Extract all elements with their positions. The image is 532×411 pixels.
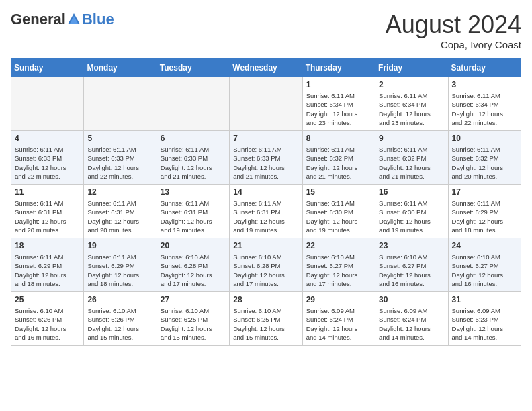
day-number: 21 [233, 241, 298, 250]
calendar-cell: 25Sunrise: 6:10 AM Sunset: 6:26 PM Dayli… [11, 292, 84, 346]
calendar-cell: 28Sunrise: 6:10 AM Sunset: 6:25 PM Dayli… [230, 292, 302, 346]
calendar-cell: 29Sunrise: 6:09 AM Sunset: 6:24 PM Dayli… [302, 292, 375, 346]
day-info: Sunrise: 6:11 AM Sunset: 6:34 PM Dayligh… [452, 91, 517, 127]
day-number: 31 [452, 295, 517, 304]
calendar-cell: 18Sunrise: 6:11 AM Sunset: 6:29 PM Dayli… [11, 238, 84, 292]
day-info: Sunrise: 6:11 AM Sunset: 6:33 PM Dayligh… [233, 145, 298, 181]
calendar-cell: 15Sunrise: 6:11 AM Sunset: 6:30 PM Dayli… [302, 185, 375, 238]
day-info: Sunrise: 6:11 AM Sunset: 6:32 PM Dayligh… [452, 145, 517, 181]
weekday-header-friday: Friday [375, 59, 448, 77]
day-info: Sunrise: 6:11 AM Sunset: 6:31 PM Dayligh… [15, 199, 80, 234]
day-number: 30 [379, 295, 444, 304]
day-number: 10 [452, 134, 517, 143]
calendar-cell: 2Sunrise: 6:11 AM Sunset: 6:34 PM Daylig… [375, 77, 448, 131]
logo-icon [66, 12, 81, 27]
calendar-cell: 23Sunrise: 6:10 AM Sunset: 6:27 PM Dayli… [375, 238, 448, 292]
calendar-cell: 3Sunrise: 6:11 AM Sunset: 6:34 PM Daylig… [448, 77, 521, 131]
logo-general-text: General [11, 11, 66, 28]
calendar-cell: 30Sunrise: 6:09 AM Sunset: 6:24 PM Dayli… [375, 292, 448, 346]
location-text: Copa, Ivory Coast [386, 39, 521, 50]
calendar-cell [157, 77, 229, 131]
day-number: 3 [452, 80, 517, 89]
day-number: 15 [306, 187, 371, 197]
day-number: 7 [233, 134, 298, 143]
day-info: Sunrise: 6:11 AM Sunset: 6:30 PM Dayligh… [379, 199, 444, 234]
day-info: Sunrise: 6:10 AM Sunset: 6:28 PM Dayligh… [161, 253, 226, 288]
day-info: Sunrise: 6:11 AM Sunset: 6:29 PM Dayligh… [87, 253, 152, 288]
day-number: 17 [452, 187, 517, 197]
day-info: Sunrise: 6:10 AM Sunset: 6:26 PM Dayligh… [87, 306, 152, 342]
day-info: Sunrise: 6:10 AM Sunset: 6:28 PM Dayligh… [233, 253, 298, 288]
day-info: Sunrise: 6:11 AM Sunset: 6:32 PM Dayligh… [379, 145, 444, 181]
day-number: 29 [306, 295, 371, 304]
day-info: Sunrise: 6:10 AM Sunset: 6:26 PM Dayligh… [15, 306, 80, 342]
calendar-cell: 14Sunrise: 6:11 AM Sunset: 6:31 PM Dayli… [230, 185, 302, 238]
day-number: 2 [379, 80, 444, 89]
day-number: 22 [306, 241, 371, 250]
day-info: Sunrise: 6:11 AM Sunset: 6:32 PM Dayligh… [306, 145, 371, 181]
logo-blue-text: Blue [82, 11, 114, 28]
title-block: August 2024 Copa, Ivory Coast [386, 11, 521, 50]
day-info: Sunrise: 6:10 AM Sunset: 6:25 PM Dayligh… [161, 306, 226, 342]
calendar-cell: 19Sunrise: 6:11 AM Sunset: 6:29 PM Dayli… [84, 238, 157, 292]
logo: General Blue [11, 11, 114, 28]
calendar-cell: 13Sunrise: 6:11 AM Sunset: 6:31 PM Dayli… [157, 185, 229, 238]
week-row-2: 4Sunrise: 6:11 AM Sunset: 6:33 PM Daylig… [11, 131, 521, 185]
calendar-cell [84, 77, 157, 131]
day-info: Sunrise: 6:11 AM Sunset: 6:33 PM Dayligh… [15, 145, 80, 181]
calendar-cell: 8Sunrise: 6:11 AM Sunset: 6:32 PM Daylig… [302, 131, 375, 185]
day-info: Sunrise: 6:11 AM Sunset: 6:33 PM Dayligh… [161, 145, 226, 181]
day-number: 9 [379, 134, 444, 143]
day-info: Sunrise: 6:10 AM Sunset: 6:27 PM Dayligh… [379, 253, 444, 288]
day-info: Sunrise: 6:11 AM Sunset: 6:34 PM Dayligh… [379, 91, 444, 127]
day-number: 27 [161, 295, 226, 304]
day-info: Sunrise: 6:10 AM Sunset: 6:25 PM Dayligh… [233, 306, 298, 342]
day-number: 26 [87, 295, 152, 304]
calendar-cell: 4Sunrise: 6:11 AM Sunset: 6:33 PM Daylig… [11, 131, 84, 185]
calendar-cell: 21Sunrise: 6:10 AM Sunset: 6:28 PM Dayli… [230, 238, 302, 292]
day-number: 5 [87, 134, 152, 143]
day-number: 6 [161, 134, 226, 143]
calendar-cell: 5Sunrise: 6:11 AM Sunset: 6:33 PM Daylig… [84, 131, 157, 185]
day-number: 19 [87, 241, 152, 250]
weekday-header-sunday: Sunday [11, 59, 84, 77]
weekday-header-tuesday: Tuesday [157, 59, 229, 77]
day-number: 14 [233, 187, 298, 197]
calendar-cell: 11Sunrise: 6:11 AM Sunset: 6:31 PM Dayli… [11, 185, 84, 238]
weekday-header-row: SundayMondayTuesdayWednesdayThursdayFrid… [11, 59, 521, 77]
weekday-header-thursday: Thursday [302, 59, 375, 77]
day-info: Sunrise: 6:11 AM Sunset: 6:29 PM Dayligh… [15, 253, 80, 288]
calendar-cell: 6Sunrise: 6:11 AM Sunset: 6:33 PM Daylig… [157, 131, 229, 185]
calendar-cell: 26Sunrise: 6:10 AM Sunset: 6:26 PM Dayli… [84, 292, 157, 346]
day-info: Sunrise: 6:11 AM Sunset: 6:31 PM Dayligh… [233, 199, 298, 234]
day-number: 24 [452, 241, 517, 250]
day-number: 12 [87, 187, 152, 197]
day-info: Sunrise: 6:11 AM Sunset: 6:34 PM Dayligh… [306, 91, 371, 127]
day-number: 13 [161, 187, 226, 197]
week-row-5: 25Sunrise: 6:10 AM Sunset: 6:26 PM Dayli… [11, 292, 521, 346]
calendar-cell: 12Sunrise: 6:11 AM Sunset: 6:31 PM Dayli… [84, 185, 157, 238]
weekday-header-saturday: Saturday [448, 59, 521, 77]
day-number: 28 [233, 295, 298, 304]
day-info: Sunrise: 6:11 AM Sunset: 6:31 PM Dayligh… [87, 199, 152, 234]
calendar-cell: 10Sunrise: 6:11 AM Sunset: 6:32 PM Dayli… [448, 131, 521, 185]
weekday-header-monday: Monday [84, 59, 157, 77]
calendar-table: SundayMondayTuesdayWednesdayThursdayFrid… [11, 58, 521, 346]
calendar-cell: 9Sunrise: 6:11 AM Sunset: 6:32 PM Daylig… [375, 131, 448, 185]
calendar-cell [230, 77, 302, 131]
calendar-cell: 1Sunrise: 6:11 AM Sunset: 6:34 PM Daylig… [302, 77, 375, 131]
week-row-1: 1Sunrise: 6:11 AM Sunset: 6:34 PM Daylig… [11, 77, 521, 131]
week-row-4: 18Sunrise: 6:11 AM Sunset: 6:29 PM Dayli… [11, 238, 521, 292]
day-number: 20 [161, 241, 226, 250]
week-row-3: 11Sunrise: 6:11 AM Sunset: 6:31 PM Dayli… [11, 185, 521, 238]
calendar-cell: 24Sunrise: 6:10 AM Sunset: 6:27 PM Dayli… [448, 238, 521, 292]
day-number: 8 [306, 134, 371, 143]
day-info: Sunrise: 6:11 AM Sunset: 6:29 PM Dayligh… [452, 199, 517, 234]
calendar-cell [11, 77, 84, 131]
day-info: Sunrise: 6:10 AM Sunset: 6:27 PM Dayligh… [306, 253, 371, 288]
day-info: Sunrise: 6:09 AM Sunset: 6:23 PM Dayligh… [452, 306, 517, 342]
month-title: August 2024 [386, 11, 521, 39]
calendar-cell: 7Sunrise: 6:11 AM Sunset: 6:33 PM Daylig… [230, 131, 302, 185]
day-info: Sunrise: 6:11 AM Sunset: 6:31 PM Dayligh… [161, 199, 226, 234]
day-info: Sunrise: 6:11 AM Sunset: 6:33 PM Dayligh… [87, 145, 152, 181]
